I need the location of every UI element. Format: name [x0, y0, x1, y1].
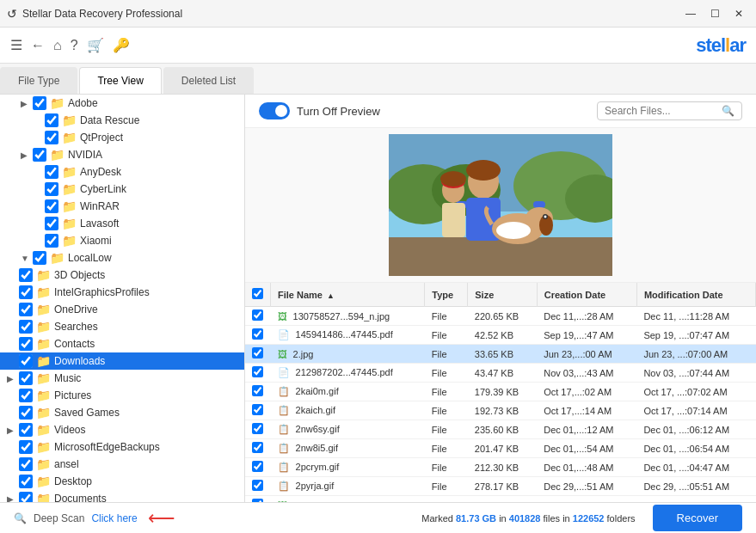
- sidebar-item-documents[interactable]: ▶ 📁 Documents: [0, 490, 244, 502]
- sidebar-item-music[interactable]: ▶ 📁 Music: [0, 370, 244, 387]
- checkbox-xiaomi[interactable]: [45, 234, 58, 248]
- table-row[interactable]: 📋 2nw6sy.gif File 235.60 KB Dec 01,...:1…: [245, 420, 756, 439]
- sidebar-item-3d-objects[interactable]: 📁 3D Objects: [0, 266, 244, 284]
- tab-file-type[interactable]: File Type: [0, 67, 77, 94]
- row-checkbox[interactable]: [252, 309, 263, 321]
- tab-deleted-list[interactable]: Deleted List: [163, 67, 254, 94]
- col-filename[interactable]: File Name ▲: [271, 283, 425, 307]
- col-type[interactable]: Type: [425, 283, 468, 307]
- checkbox-onedrive[interactable]: [19, 303, 33, 316]
- col-size[interactable]: Size: [468, 283, 537, 307]
- sidebar-item-lavasoft[interactable]: 📁 Lavasoft: [0, 215, 244, 232]
- sidebar-item-downloads[interactable]: 📁 Downloads: [0, 352, 244, 370]
- sidebar-item-ms-edge-backups[interactable]: 📁 MicrosoftEdgeBackups: [0, 438, 244, 456]
- item-label: 3D Objects: [54, 269, 105, 281]
- sidebar-item-onedrive[interactable]: 📁 OneDrive: [0, 301, 244, 318]
- file-table-container: File Name ▲ Type Size Creation Date: [245, 283, 756, 502]
- checkbox-downloads[interactable]: [19, 354, 33, 368]
- table-row[interactable]: 📄 145941486...47445.pdf File 42.52 KB Se…: [245, 326, 756, 345]
- checkbox-winrar[interactable]: [45, 199, 58, 213]
- sidebar-item-locallow[interactable]: ▼ 📁 LocalLow: [0, 249, 244, 266]
- col-modified[interactable]: Modification Date: [636, 283, 755, 307]
- table-row[interactable]: 🖼 3.jpg File 50.50 KB Jun 23,...:01 AM J…: [245, 496, 756, 503]
- col-creation[interactable]: Creation Date: [537, 283, 636, 307]
- sidebar-item-winrar[interactable]: 📁 WinRAR: [0, 198, 244, 215]
- svg-point-22: [496, 222, 531, 239]
- checkbox-intel-graphics[interactable]: [19, 285, 33, 299]
- row-checkbox[interactable]: [252, 480, 263, 491]
- table-row[interactable]: 📋 2kaich.gif File 192.73 KB Oct 17,...:1…: [245, 401, 756, 420]
- checkbox-adobe[interactable]: [33, 96, 46, 110]
- expand-icon: ▶: [7, 374, 19, 383]
- checkbox-pictures[interactable]: [19, 389, 33, 402]
- checkbox-qtproject[interactable]: [45, 131, 58, 144]
- row-checkbox[interactable]: [252, 366, 263, 377]
- sidebar-item-pictures[interactable]: 📁 Pictures: [0, 387, 244, 404]
- back-icon[interactable]: ←: [31, 38, 45, 53]
- search-input[interactable]: [605, 105, 716, 117]
- sidebar-item-qtproject[interactable]: 📁 QtProject: [0, 129, 244, 146]
- preview-toggle[interactable]: [259, 102, 290, 119]
- close-button[interactable]: ✕: [728, 5, 749, 22]
- checkbox-videos[interactable]: [19, 423, 33, 437]
- sidebar-item-saved-games[interactable]: 📁 Saved Games: [0, 404, 244, 421]
- table-row[interactable]: 📋 2pyrja.gif File 278.17 KB Dec 29,...:5…: [245, 477, 756, 496]
- sidebar-item-xiaomi[interactable]: 📁 Xiaomi: [0, 232, 244, 249]
- table-row[interactable]: 📋 2nw8i5.gif File 201.47 KB Dec 01,...:5…: [245, 439, 756, 458]
- sidebar-item-cyberlink[interactable]: 📁 CyberLink: [0, 181, 244, 198]
- checkbox-anydesk[interactable]: [45, 165, 58, 179]
- sidebar-item-data-rescue[interactable]: 📁 Data Rescue: [0, 112, 244, 129]
- sidebar-item-searches[interactable]: 📁 Searches: [0, 318, 244, 335]
- checkbox-ansel[interactable]: [19, 457, 33, 471]
- help-icon[interactable]: ?: [71, 38, 78, 53]
- checkbox-saved-games[interactable]: [19, 406, 33, 420]
- checkbox-documents[interactable]: [19, 492, 33, 502]
- click-here-link[interactable]: Click here: [91, 512, 137, 524]
- sidebar-item-anydesk[interactable]: 📁 AnyDesk: [0, 163, 244, 181]
- row-checkbox[interactable]: [252, 461, 263, 472]
- row-checkbox[interactable]: [252, 328, 263, 340]
- home-icon[interactable]: ⌂: [53, 38, 62, 53]
- row-filename: 📋 2nw8i5.gif: [271, 439, 425, 458]
- maximize-button[interactable]: ☐: [704, 5, 725, 22]
- checkbox-ms-edge-backups[interactable]: [19, 440, 33, 454]
- menu-icon[interactable]: ☰: [10, 37, 22, 53]
- checkbox-searches[interactable]: [19, 320, 33, 334]
- row-checkbox[interactable]: [252, 347, 263, 358]
- sidebar-item-intel-graphics[interactable]: 📁 IntelGraphicsProfiles: [0, 284, 244, 301]
- row-checkbox[interactable]: [252, 499, 263, 502]
- sidebar-item-desktop[interactable]: 📁 Desktop: [0, 473, 244, 490]
- select-all-checkbox[interactable]: [252, 288, 263, 299]
- sidebar-item-ansel[interactable]: 📁 ansel: [0, 456, 244, 473]
- tab-tree-view[interactable]: Tree View: [79, 67, 161, 94]
- checkbox-lavasoft[interactable]: [45, 217, 58, 230]
- checkbox-contacts[interactable]: [19, 337, 33, 351]
- sidebar-item-contacts[interactable]: 📁 Contacts: [0, 335, 244, 352]
- table-row[interactable]: 📋 2pcrym.gif File 212.30 KB Dec 01,...:4…: [245, 458, 756, 477]
- recover-button[interactable]: Recover: [653, 505, 742, 531]
- key-icon[interactable]: 🔑: [113, 37, 130, 53]
- checkbox-locallow[interactable]: [33, 251, 46, 265]
- minimize-button[interactable]: —: [680, 5, 701, 22]
- sidebar-item-nvidia[interactable]: ▶ 📁 NVIDIA: [0, 146, 244, 163]
- row-checkbox[interactable]: [252, 385, 263, 396]
- sidebar-item-adobe[interactable]: ▶ 📁 Adobe: [0, 95, 244, 112]
- row-checkbox[interactable]: [252, 404, 263, 415]
- checkbox-cyberlink[interactable]: [45, 182, 58, 196]
- row-type: File: [425, 307, 468, 326]
- checkbox-music[interactable]: [19, 371, 33, 385]
- row-checkbox[interactable]: [252, 442, 263, 453]
- table-row[interactable]: 📋 2kai0m.gif File 179.39 KB Oct 17,...:0…: [245, 383, 756, 401]
- checkbox-desktop[interactable]: [19, 475, 33, 488]
- table-row[interactable]: 🖼 130758527...594_n.jpg File 220.65 KB D…: [245, 307, 756, 326]
- table-row[interactable]: 🖼 2.jpg File 33.65 KB Jun 23,...:00 AM J…: [245, 345, 756, 364]
- row-checkbox[interactable]: [252, 423, 263, 434]
- cart-icon[interactable]: 🛒: [87, 37, 104, 53]
- checkbox-3d-objects[interactable]: [19, 268, 33, 282]
- checkbox-nvidia[interactable]: [33, 148, 46, 162]
- row-created: Oct 17,...:14 AM: [537, 401, 636, 420]
- row-size: 43.47 KB: [468, 364, 537, 383]
- checkbox-data-rescue[interactable]: [45, 113, 58, 127]
- sidebar-item-videos[interactable]: ▶ 📁 Videos: [0, 421, 244, 438]
- table-row[interactable]: 📄 212987202...47445.pdf File 43.47 KB No…: [245, 364, 756, 383]
